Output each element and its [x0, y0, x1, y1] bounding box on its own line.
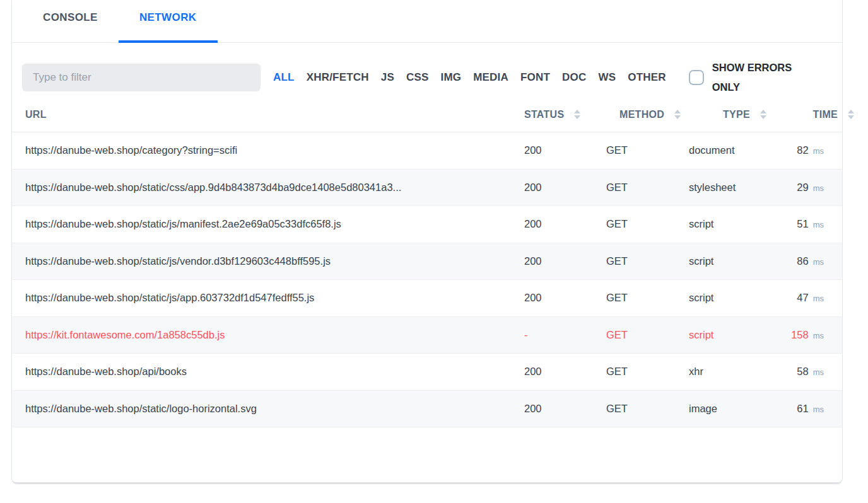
column-label: TIME [813, 109, 838, 120]
sort-down-arrow [760, 115, 766, 119]
time-value: 158 [791, 329, 809, 341]
cell-status: 200 [513, 255, 606, 267]
sort-down-arrow [574, 115, 580, 119]
network-table-body: https://danube-web.shop/category?string=… [12, 132, 842, 427]
type-filter-xhr-fetch[interactable]: XHR/FETCH [307, 71, 369, 84]
sort-down-arrow [848, 115, 854, 119]
column-header-method[interactable]: METHOD [606, 109, 689, 120]
cell-type: xhr [689, 366, 766, 378]
sort-icon[interactable] [674, 110, 681, 119]
time-value: 51 [797, 218, 808, 230]
table-row[interactable]: https://danube-web.shop/api/books200GETx… [12, 354, 842, 391]
show-errors-checkbox[interactable] [689, 70, 704, 85]
time-value: 61 [797, 403, 808, 415]
time-unit: ms [813, 294, 824, 303]
time-value: 47 [797, 292, 808, 304]
cell-time: 51ms [766, 218, 842, 230]
cell-method: GET [606, 218, 689, 230]
sort-down-arrow [674, 115, 681, 119]
cell-time: 29ms [766, 182, 842, 194]
type-filter-media[interactable]: MEDIA [473, 71, 508, 84]
active-tab-underline [119, 40, 218, 43]
time-unit: ms [813, 146, 824, 156]
time-unit: ms [813, 331, 824, 340]
cell-type: image [689, 403, 766, 415]
tabs-bar: CONSOLENETWORK [12, 0, 842, 43]
cell-url: https://danube-web.shop/api/books [12, 366, 513, 378]
table-row[interactable]: https://danube-web.shop/static/logo-hori… [12, 391, 842, 428]
cell-url: https://danube-web.shop/category?string=… [12, 144, 513, 156]
show-errors-group: SHOW ERRORS ONLY [689, 58, 806, 97]
time-value: 29 [797, 182, 808, 194]
column-header-type[interactable]: TYPE [689, 109, 766, 120]
filter-input[interactable] [22, 64, 261, 91]
cell-time: 82ms [766, 144, 842, 156]
cell-url: https://danube-web.shop/static/js/app.60… [12, 292, 513, 304]
cell-time: 86ms [766, 255, 842, 267]
cell-type: script [689, 329, 766, 341]
sort-up-arrow [574, 110, 580, 113]
cell-status: 200 [513, 366, 606, 378]
time-value: 82 [797, 144, 808, 156]
table-row[interactable]: https://danube-web.shop/static/js/manife… [12, 206, 842, 243]
column-header-status[interactable]: STATUS [513, 109, 606, 120]
column-label: URL [25, 109, 47, 120]
cell-url: https://danube-web.shop/static/js/vendor… [12, 255, 513, 267]
table-row[interactable]: https://danube-web.shop/static/css/app.9… [12, 170, 842, 207]
time-unit: ms [813, 183, 824, 193]
tab-console[interactable]: CONSOLE [22, 0, 119, 43]
cell-method: GET [606, 182, 689, 194]
cell-method: GET [606, 329, 689, 341]
cell-type: document [689, 144, 766, 156]
cell-url: https://danube-web.shop/static/js/manife… [12, 218, 513, 230]
cell-type: script [689, 255, 766, 267]
sort-icon[interactable] [574, 110, 580, 119]
column-label: METHOD [619, 109, 664, 120]
cell-status: 200 [513, 292, 606, 304]
column-header-url: URL [12, 109, 513, 120]
sort-icon[interactable] [760, 110, 766, 119]
cell-time: 61ms [766, 403, 842, 415]
cell-time: 158ms [766, 329, 842, 341]
type-filter-img[interactable]: IMG [441, 71, 462, 84]
sort-icon[interactable] [848, 110, 854, 119]
type-filter-all[interactable]: ALL [273, 71, 295, 84]
tab-label: CONSOLE [43, 11, 98, 24]
table-row[interactable]: https://kit.fontawesome.com/1a858c55db.j… [12, 317, 842, 354]
cell-status: - [513, 329, 606, 341]
column-header-time[interactable]: TIME [766, 109, 842, 120]
cell-url: https://danube-web.shop/static/css/app.9… [12, 182, 513, 194]
type-filter-font[interactable]: FONT [520, 71, 550, 84]
cell-time: 47ms [766, 292, 842, 304]
network-toolbar: ALLXHR/FETCHJSCSSIMGMEDIAFONTDOCWSOTHER … [12, 43, 842, 97]
cell-method: GET [606, 366, 689, 378]
type-filter-doc[interactable]: DOC [562, 71, 586, 84]
tab-network[interactable]: NETWORK [119, 0, 218, 43]
table-row[interactable]: https://danube-web.shop/static/js/vendor… [12, 243, 842, 280]
time-value: 86 [797, 255, 808, 267]
table-row[interactable]: https://danube-web.shop/static/js/app.60… [12, 280, 842, 317]
cell-status: 200 [513, 403, 606, 415]
sort-up-arrow [760, 110, 766, 113]
cell-type: script [689, 292, 766, 304]
cell-status: 200 [513, 182, 606, 194]
sort-up-arrow [674, 110, 681, 113]
cell-type: script [689, 218, 766, 230]
show-errors-label: SHOW ERRORS ONLY [712, 58, 806, 97]
devtools-panel: CONSOLENETWORK ALLXHR/FETCHJSCSSIMGMEDIA… [11, 0, 843, 483]
tab-label: NETWORK [139, 11, 197, 24]
cell-method: GET [606, 403, 689, 415]
table-row[interactable]: https://danube-web.shop/category?string=… [12, 132, 842, 170]
cell-method: GET [606, 144, 689, 156]
column-label: STATUS [524, 109, 564, 120]
time-unit: ms [813, 220, 824, 229]
network-table-header: URLSTATUSMETHODTYPETIME [12, 97, 842, 132]
sort-up-arrow [848, 110, 854, 113]
type-filter-css[interactable]: CSS [406, 71, 429, 84]
time-unit: ms [813, 405, 824, 414]
type-filter-other[interactable]: OTHER [628, 71, 666, 84]
time-value: 58 [797, 366, 808, 378]
type-filter-ws[interactable]: WS [598, 71, 616, 84]
type-filter-js[interactable]: JS [381, 71, 394, 84]
cell-type: stylesheet [689, 182, 766, 194]
